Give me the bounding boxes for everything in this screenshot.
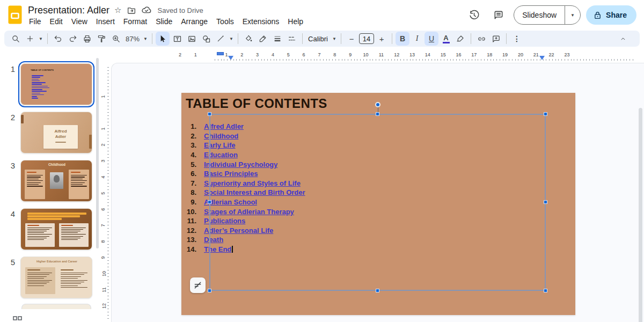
menu-tools[interactable]: Tools [212,16,238,27]
thumbnail-text-line [27,231,47,231]
thumbnail-title: Alfred Adler [49,125,72,140]
v-ruler-number: 11 [101,287,107,292]
version-history-button[interactable] [464,5,484,25]
h-ruler-number: 18 [487,52,492,57]
fill-color-icon[interactable] [241,32,255,46]
print-icon[interactable] [80,32,94,46]
thumbnail-text-line [27,238,47,238]
menu-view[interactable]: View [67,16,92,27]
font-size-input[interactable]: 14 [359,33,374,44]
first-line-indent-marker[interactable] [217,52,224,55]
text-box-selection[interactable] [209,114,546,291]
font-family-select[interactable]: Calibri [306,35,331,43]
menu-bar: FileEditViewInsertFormatSlideArrangeTool… [25,16,308,27]
thumbnail-text-line [61,239,78,240]
h-ruler-number: 15 [441,52,446,57]
resize-handle-nw[interactable] [208,112,211,116]
thumbnail-text-line [32,93,40,94]
menu-insert[interactable]: Insert [92,16,119,27]
zoom-dropdown[interactable]: ▼ [142,36,149,41]
slide-thumbnail-6-partial[interactable] [21,304,91,309]
italic-button[interactable]: I [410,32,424,46]
insert-link-icon[interactable] [474,32,488,46]
decrease-font-size-button[interactable]: − [345,32,358,46]
zoom-icon[interactable] [109,32,123,46]
h-ruler-number: 16 [456,52,462,57]
slideshow-button[interactable]: Slideshow ▼ [514,5,581,25]
rotation-handle[interactable] [375,102,380,107]
line-dropdown[interactable]: ▼ [228,36,235,41]
select-tool[interactable] [156,32,170,46]
share-button[interactable]: Share [586,5,636,25]
editor-canvas[interactable]: TABLE OF CONTENTS 1.Alfred Adler2.Childh… [111,63,644,322]
resize-handle-w[interactable] [208,200,211,204]
thumbnail-text-line [61,234,86,235]
new-slide-button[interactable] [23,32,37,46]
border-color-icon[interactable] [256,32,270,46]
underline-button[interactable]: U [425,32,438,46]
h-ruler-number: 4 [272,52,274,57]
resize-handle-sw[interactable] [208,289,211,292]
menu-file[interactable]: File [25,16,46,27]
border-weight-icon[interactable] [270,32,284,46]
menu-edit[interactable]: Edit [46,16,67,27]
text-color-swatch [443,42,450,43]
h-ruler-number: 5 [287,52,290,57]
toc-number: 3. [181,141,196,149]
bold-button[interactable]: B [396,32,409,46]
autofit-indicator-button[interactable] [190,277,206,293]
saved-status[interactable]: Saved to Drive [158,6,203,14]
menu-slide[interactable]: Slide [151,16,177,27]
menu-help[interactable]: Help [283,16,308,27]
slide-thumbnail-2[interactable]: Alfred Adler [20,112,92,153]
more-options-icon[interactable]: ⋮ [510,32,524,46]
resize-handle-ne[interactable] [544,112,547,116]
canvas-scrollbar[interactable] [639,108,642,322]
slide-title[interactable]: TABLE OF CONTENTS [186,96,327,111]
undo-icon[interactable] [51,32,65,46]
slide-thumbnail-5[interactable]: Higher Education and Career [20,257,92,298]
resize-handle-e[interactable] [544,200,547,204]
resize-handle-s[interactable] [376,289,379,292]
thumbnail-text-line [32,75,43,76]
border-dash-icon[interactable] [285,32,299,46]
menu-extensions[interactable]: Extensions [238,16,283,27]
zoom-level[interactable]: 87% [123,35,142,43]
slide-thumbnail-3[interactable]: Childhood [20,160,92,202]
slide-thumbnail-4[interactable] [20,208,92,250]
redo-icon[interactable] [65,32,79,46]
comments-button[interactable] [489,5,508,25]
highlight-color-button[interactable] [453,32,467,46]
thumbnail-text-line [61,238,80,238]
insert-shape-icon[interactable] [199,32,213,46]
menu-format[interactable]: Format [119,16,151,27]
insert-image-icon[interactable] [185,32,199,46]
thumbnail-panel [25,267,55,294]
grid-view-icon[interactable] [13,316,23,322]
thumbnail-text-line [61,236,83,237]
new-slide-dropdown[interactable]: ▼ [38,36,44,41]
current-slide[interactable]: TABLE OF CONTENTS 1.Alfred Adler2.Childh… [181,93,575,315]
thumbnail-text-line [27,239,44,240]
google-slides-logo[interactable] [8,5,22,24]
v-ruler-number: 10 [101,271,107,276]
move-folder-icon[interactable] [127,5,136,15]
menu-arrange[interactable]: Arrange [177,16,212,27]
document-title[interactable]: Presentation: Adler [28,5,109,16]
insert-line-icon[interactable] [214,32,228,46]
hide-menus-icon[interactable] [616,32,630,46]
search-menus-icon[interactable] [9,32,23,46]
slideshow-dropdown[interactable]: ▼ [565,6,580,24]
font-family-dropdown[interactable]: ▼ [331,36,338,41]
paint-format-icon[interactable] [94,32,108,46]
increase-font-size-button[interactable]: + [375,32,389,46]
slide-thumbnail-1[interactable]: TABLE OF CONTENTS [20,63,92,105]
resize-handle-n[interactable] [376,112,379,116]
text-box-icon[interactable] [170,32,184,46]
resize-handle-se[interactable] [544,289,547,292]
left-indent-marker[interactable] [228,56,233,60]
star-icon[interactable]: ☆ [114,5,121,15]
text-color-button[interactable]: A [439,32,453,46]
filmstrip-scrollbar[interactable] [96,58,99,248]
add-comment-icon[interactable] [489,32,503,46]
